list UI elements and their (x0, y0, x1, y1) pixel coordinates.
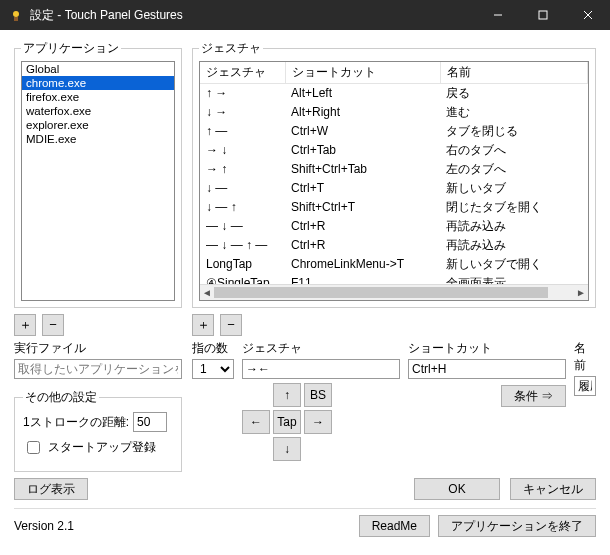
scroll-left-icon[interactable]: ◄ (200, 285, 214, 300)
list-item[interactable]: Global (22, 62, 174, 76)
log-button[interactable]: ログ表示 (14, 478, 88, 500)
cell: Alt+Left (285, 84, 440, 104)
cell: 新しいタブ (440, 179, 588, 198)
cell: タブを閉じる (440, 122, 588, 141)
shortcut-input[interactable] (408, 359, 566, 379)
pad-tap-button[interactable]: Tap (273, 410, 301, 434)
table-row[interactable]: — ↓ — ↑ —Ctrl+R再読み込み (200, 236, 588, 255)
gestures-legend: ジェスチャ (199, 40, 263, 57)
app-remove-button[interactable]: − (42, 314, 64, 336)
gesture-remove-button[interactable]: − (220, 314, 242, 336)
table-row[interactable]: ↓ →Alt+Right進む (200, 103, 588, 122)
exec-file-input[interactable] (14, 359, 182, 379)
shortcut-edit-label: ショートカット (408, 340, 566, 357)
app-add-button[interactable]: ＋ (14, 314, 36, 336)
maximize-button[interactable] (520, 0, 565, 30)
cell: ↓ — ↑ (200, 198, 285, 217)
cell: ↓ — (200, 179, 285, 198)
startup-label: スタートアップ登録 (48, 439, 156, 456)
table-row[interactable]: ↓ — ↑Shift+Ctrl+T閉じたタブを開く (200, 198, 588, 217)
scrollbar-thumb[interactable] (214, 287, 548, 298)
applications-group: アプリケーション Globalchrome.exefirefox.exewate… (14, 40, 182, 308)
other-settings-legend: その他の設定 (23, 389, 99, 406)
ok-button[interactable]: OK (414, 478, 500, 500)
readme-button[interactable]: ReadMe (359, 515, 430, 537)
gesture-direction-pad: ↑ BS ← Tap → ↓ (242, 383, 400, 461)
column-header[interactable]: 名前 (440, 62, 588, 84)
cell: 右のタブへ (440, 141, 588, 160)
pad-down-button[interactable]: ↓ (273, 437, 301, 461)
applications-legend: アプリケーション (21, 40, 121, 57)
table-row[interactable]: ↓ —Ctrl+T新しいタブ (200, 179, 588, 198)
cell: 左のタブへ (440, 160, 588, 179)
cell: — ↓ — ↑ — (200, 236, 285, 255)
cell: Shift+Ctrl+Tab (285, 160, 440, 179)
svg-rect-3 (539, 11, 547, 19)
other-settings-group: その他の設定 1ストロークの距離: スタートアップ登録 (14, 389, 182, 472)
table-row[interactable]: — ↓ —Ctrl+R再読み込み (200, 217, 588, 236)
cell: ↓ → (200, 103, 285, 122)
cancel-button[interactable]: キャンセル (510, 478, 596, 500)
gesture-add-button[interactable]: ＋ (192, 314, 214, 336)
window-title: 設定 - Touch Panel Gestures (30, 7, 475, 24)
cell: ④SingleTap (200, 274, 285, 284)
table-row[interactable]: ↑ —Ctrl+Wタブを閉じる (200, 122, 588, 141)
close-button[interactable] (565, 0, 610, 30)
cell: Shift+Ctrl+T (285, 198, 440, 217)
cell: 全画面表示 (440, 274, 588, 284)
gestures-group: ジェスチャ ジェスチャショートカット名前 ↑ →Alt+Left戻る↓ →Alt… (192, 40, 596, 308)
cell: → ↑ (200, 160, 285, 179)
fingers-select[interactable]: 1 (192, 359, 234, 379)
cell: ↑ → (200, 84, 285, 104)
fingers-label: 指の数 (192, 340, 234, 357)
table-row[interactable]: → ↑Shift+Ctrl+Tab左のタブへ (200, 160, 588, 179)
cell: LongTap (200, 255, 285, 274)
pad-bs-button[interactable]: BS (304, 383, 332, 407)
column-header[interactable]: ジェスチャ (200, 62, 285, 84)
cell: Ctrl+T (285, 179, 440, 198)
cell: → ↓ (200, 141, 285, 160)
name-edit-label: 名前 (574, 340, 596, 374)
applications-listbox[interactable]: Globalchrome.exefirefox.exewaterfox.exee… (21, 61, 175, 301)
name-input[interactable] (574, 376, 596, 396)
cell: — ↓ — (200, 217, 285, 236)
table-row[interactable]: ↑ →Alt+Left戻る (200, 84, 588, 104)
gesture-input[interactable] (242, 359, 400, 379)
cell: Ctrl+R (285, 236, 440, 255)
cell: 進む (440, 103, 588, 122)
cell: ↑ — (200, 122, 285, 141)
cell: F11 (285, 274, 440, 284)
column-header[interactable]: ショートカット (285, 62, 440, 84)
table-row[interactable]: → ↓Ctrl+Tab右のタブへ (200, 141, 588, 160)
cell: 再読み込み (440, 217, 588, 236)
cell: Ctrl+Tab (285, 141, 440, 160)
version-label: Version 2.1 (14, 519, 74, 533)
list-item[interactable]: firefox.exe (22, 90, 174, 104)
pad-left-button[interactable]: ← (242, 410, 270, 434)
cell: Ctrl+W (285, 122, 440, 141)
gestures-table[interactable]: ジェスチャショートカット名前 ↑ →Alt+Left戻る↓ →Alt+Right… (199, 61, 589, 301)
startup-checkbox[interactable] (27, 441, 40, 454)
minimize-button[interactable] (475, 0, 520, 30)
list-item[interactable]: chrome.exe (22, 76, 174, 90)
condition-button[interactable]: 条件 ⇒ (501, 385, 566, 407)
stroke-distance-input[interactable] (133, 412, 167, 432)
list-item[interactable]: explorer.exe (22, 118, 174, 132)
cell: ChromeLinkMenu->T (285, 255, 440, 274)
gesture-edit-label: ジェスチャ (242, 340, 400, 357)
cell: Alt+Right (285, 103, 440, 122)
quit-app-button[interactable]: アプリケーションを終了 (438, 515, 596, 537)
cell: 戻る (440, 84, 588, 104)
cell: 閉じたタブを開く (440, 198, 588, 217)
horizontal-scrollbar[interactable]: ◄ ► (200, 284, 588, 300)
table-row[interactable]: LongTapChromeLinkMenu->T新しいタブで開く (200, 255, 588, 274)
list-item[interactable]: waterfox.exe (22, 104, 174, 118)
pad-right-button[interactable]: → (304, 410, 332, 434)
svg-point-0 (13, 11, 19, 17)
table-row[interactable]: ④SingleTapF11全画面表示 (200, 274, 588, 284)
scroll-right-icon[interactable]: ► (574, 285, 588, 300)
exec-file-label: 実行ファイル (14, 340, 182, 357)
cell: 再読み込み (440, 236, 588, 255)
list-item[interactable]: MDIE.exe (22, 132, 174, 146)
pad-up-button[interactable]: ↑ (273, 383, 301, 407)
